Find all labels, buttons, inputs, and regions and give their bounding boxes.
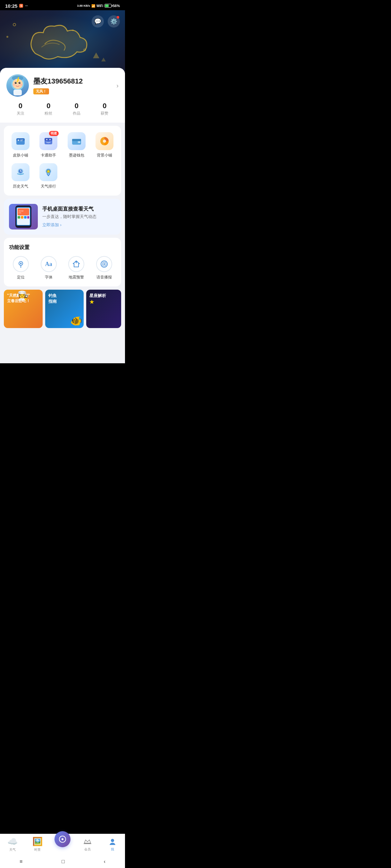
menu-item-rank[interactable]: 天气排行 (37, 163, 60, 189)
location-label: 定位 (17, 275, 25, 280)
skin-label: 皮肤小铺 (13, 153, 28, 158)
wifi-icon: WiFi (96, 4, 103, 8)
profile-header[interactable]: 墨友139656812 无风！ › (6, 74, 119, 97)
signal-icon: 📶 (91, 4, 95, 8)
svg-rect-16 (45, 138, 52, 141)
earthquake-svg (72, 260, 80, 268)
earthquake-icon (68, 256, 84, 272)
more-apps: ··· (25, 4, 28, 8)
banner-thumbnail: 15:32 5°C (9, 204, 38, 229)
deco-dot-1 (13, 23, 16, 26)
main-content: 墨友139656812 无风！ › 0 关注 0 粉丝 0 作品 0 获赞 (0, 68, 125, 363)
profile-info: 墨友139656812 无风！ (33, 76, 112, 94)
content-cards-row: "天然解毒剂" 立春后必吃！ 🧑‍🍳 钓鱼 指南 🐠 星座解析 ★ (4, 290, 121, 328)
func-item-location[interactable]: 定位 (9, 256, 33, 280)
cartoon-icon (43, 136, 54, 147)
content-card-2[interactable]: 钓鱼 指南 🐠 (45, 290, 84, 328)
stat-fans-number: 0 (35, 102, 63, 110)
stat-works-number: 0 (62, 102, 91, 110)
svg-text:5°C: 5°C (19, 212, 22, 214)
bg-icon-wrap (95, 132, 113, 150)
menu-item-history[interactable]: 历史天气 (9, 163, 32, 189)
phone-mockup-svg: 15:32 5°C (12, 204, 35, 229)
status-left: 10:25 S ··· (5, 3, 28, 9)
svg-rect-20 (72, 139, 81, 141)
svg-point-18 (49, 139, 51, 140)
svg-point-48 (103, 264, 105, 265)
weather-rank-icon (43, 167, 54, 178)
stat-follow-label: 关注 (6, 111, 35, 116)
svg-point-6 (16, 82, 16, 83)
svg-point-4 (15, 82, 17, 84)
earthquake-label: 地震预警 (68, 275, 84, 280)
avatar[interactable] (6, 74, 29, 97)
stat-fans-label: 粉丝 (35, 111, 63, 116)
svg-rect-12 (18, 140, 19, 141)
func-item-earthquake[interactable]: 地震预警 (64, 256, 88, 280)
time: 10:25 (5, 3, 17, 9)
status-right: 3.88 KB/s 📶 WiFi 56% (77, 4, 120, 8)
menu-item-wallet[interactable]: 墨迹钱包 (65, 132, 88, 158)
stat-works[interactable]: 0 作品 (62, 102, 91, 116)
menu-item-skin[interactable]: 皮肤小铺 (9, 132, 32, 158)
bg-label: 背景小铺 (97, 153, 112, 158)
svg-point-7 (20, 82, 20, 83)
banner-link[interactable]: 立即添加 › (42, 222, 116, 228)
svg-rect-41 (24, 216, 27, 219)
settings-badge (117, 16, 119, 19)
func-item-voice[interactable]: 语音播报 (92, 256, 116, 280)
content-card-1[interactable]: "天然解毒剂" 立春后必吃！ 🧑‍🍳 (4, 290, 43, 328)
stat-fans[interactable]: 0 粉丝 (35, 102, 63, 116)
cloud-svg (26, 20, 96, 65)
chat-button[interactable]: 💬 (92, 16, 104, 28)
card3-text: 星座解析 ★ (89, 293, 106, 306)
skin-icon-wrap (11, 132, 29, 150)
profile-chevron[interactable]: › (116, 82, 119, 89)
menu-grid-row2: 历史天气 天气排行 (9, 163, 116, 189)
bg-store-icon (99, 136, 110, 147)
profile-name: 墨友139656812 (33, 76, 112, 86)
stat-likes-number: 0 (91, 102, 119, 110)
settings-icon: ⚙️ (110, 18, 117, 25)
menu-item-cartoon[interactable]: 明星 卡通助手 (37, 132, 60, 158)
func-settings-title: 功能设置 (9, 244, 116, 251)
font-icon: Aa (41, 256, 57, 272)
banner-title: 手机桌面直接查看天气 (42, 206, 116, 213)
font-label: 字体 (45, 275, 53, 280)
stat-likes-label: 获赞 (91, 111, 119, 116)
svg-rect-40 (21, 216, 23, 219)
stat-follow[interactable]: 0 关注 (6, 102, 35, 116)
function-settings-card: 功能设置 定位 Aa 字体 (4, 238, 121, 286)
banner-content: 手机桌面直接查看天气 一步直达，随时掌握天气动态 立即添加 › (42, 206, 116, 228)
menu-item-background[interactable]: 背景小铺 (93, 132, 116, 158)
svg-rect-39 (18, 216, 20, 219)
settings-button[interactable]: ⚙️ (108, 16, 120, 28)
history-weather-icon (15, 167, 26, 178)
location-icon (13, 256, 29, 272)
triangle-deco (93, 53, 99, 58)
nav-spacer (0, 331, 125, 363)
banner-desc: 一步直达，随时掌握天气动态 (42, 214, 116, 220)
stat-likes[interactable]: 0 获赞 (91, 102, 119, 116)
rank-icon-wrap (39, 163, 57, 181)
deco-dot-4 (72, 29, 74, 31)
voice-label: 语音播报 (96, 275, 112, 280)
history-icon-wrap (11, 163, 29, 181)
stats-row: 0 关注 0 粉丝 0 作品 0 获赞 (6, 97, 119, 118)
battery-percent: 56% (113, 4, 120, 8)
svg-point-9 (20, 84, 22, 86)
wallet-label: 墨迹钱包 (69, 153, 84, 158)
svg-point-24 (103, 140, 106, 143)
deco-dot-3 (83, 49, 86, 51)
svg-point-3 (12, 79, 23, 89)
svg-point-8 (13, 84, 16, 86)
location-svg (17, 260, 25, 268)
stat-works-label: 作品 (62, 111, 91, 116)
content-card-3[interactable]: 星座解析 ★ (86, 290, 121, 328)
card1-text: "天然解毒剂" 立春后必吃！ 🧑‍🍳 (7, 293, 30, 304)
func-item-font[interactable]: Aa 字体 (37, 256, 61, 280)
svg-point-22 (79, 142, 80, 143)
banner-ad[interactable]: 15:32 5°C 手机桌面直接查看天气 一步直达，随时掌握天气动态 立即添加 … (4, 199, 121, 235)
svg-point-44 (20, 263, 22, 265)
hero-banner: 💬 ⚙️ (0, 10, 125, 74)
